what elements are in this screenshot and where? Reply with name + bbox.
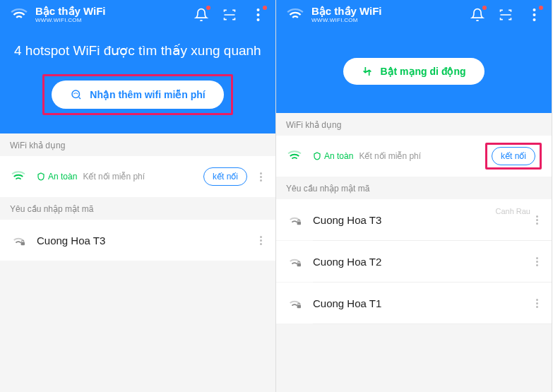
wifi-signal-icon <box>10 170 27 183</box>
menu-dot <box>263 6 267 10</box>
available-label: WiFi khả dụng <box>276 113 552 136</box>
wifi-lock-icon <box>286 255 303 268</box>
row-body: An toàn Kết nối miễn phí <box>37 172 203 182</box>
topbar: Bậc thầy WiFi WWW.WIFI.COM <box>276 0 552 30</box>
hero-title: 4 hotspot WiFi được tìm thấy xung quanh <box>13 42 263 59</box>
screen-left: Bậc thầy WiFi WWW.WIFI.COM 4 hotspot WiF… <box>0 0 276 392</box>
screen-right: Bậc thầy WiFi WWW.WIFI.COM B <box>276 0 552 392</box>
safe-badge: An toàn <box>37 172 77 182</box>
svg-point-1 <box>256 13 259 16</box>
svg-point-6 <box>533 13 535 16</box>
hero: Bật mạng di động <box>276 30 552 113</box>
wifi-row-locked[interactable]: Cuong Hoa T1 <box>276 283 552 323</box>
more-icon[interactable] <box>256 172 266 182</box>
bell-icon[interactable] <box>194 7 209 23</box>
topbar: Bậc thầy WiFi WWW.WIFI.COM <box>0 0 275 30</box>
top-actions <box>470 7 542 23</box>
available-label: WiFi khả dụng <box>0 133 275 156</box>
svg-rect-4 <box>21 242 25 246</box>
password-label: Yêu cầu nhập mật mã <box>276 177 552 199</box>
svg-point-0 <box>256 8 259 11</box>
cta-label: Nhận thêm wifi miễn phí <box>90 89 205 100</box>
svg-point-2 <box>256 18 259 21</box>
hero: 4 hotspot WiFi được tìm thấy xung quanh … <box>0 30 275 133</box>
divider <box>313 323 552 324</box>
app-subtitle: WWW.WIFI.COM <box>311 18 382 24</box>
password-label: Yêu cầu nhập mật mã <box>0 197 275 220</box>
cta-label: Bật mạng di động <box>380 66 465 77</box>
wifi-row-safe[interactable]: An toàn Kết nối miễn phí kết nối <box>0 156 275 197</box>
network-name: Cuong Hoa T2 <box>313 256 523 268</box>
svg-point-7 <box>533 18 535 21</box>
free-label: Kết nối miễn phí <box>359 151 421 161</box>
safe-badge: An toàn <box>313 151 353 161</box>
network-name: Cuong Hoa T1 <box>313 297 523 309</box>
cta-highlight: Nhận thêm wifi miễn phí <box>42 74 232 115</box>
row-body: An toàn Kết nối miễn phí <box>313 151 482 161</box>
wifi-lock-icon <box>286 213 303 226</box>
wifi-logo-icon <box>10 6 28 24</box>
bell-icon[interactable] <box>470 7 485 23</box>
wifi-signal-icon <box>286 150 303 162</box>
svg-point-5 <box>533 8 535 11</box>
svg-rect-9 <box>297 263 301 267</box>
menu-icon[interactable] <box>526 7 542 23</box>
password-section: Yêu cầu nhập mật mã Cuong Hoa T3 <box>0 197 275 261</box>
more-icon[interactable] <box>532 215 542 225</box>
password-section: Yêu cầu nhập mật mã Canh Rau Cuong Hoa T… <box>276 177 552 324</box>
brand: Bậc thầy WiFi WWW.WIFI.COM <box>311 6 382 23</box>
svg-rect-10 <box>297 305 301 309</box>
menu-dot <box>539 6 543 10</box>
top-actions <box>194 7 266 23</box>
available-section: WiFi khả dụng An toàn Kết nối miễn phí k… <box>276 113 552 177</box>
svg-rect-8 <box>297 222 301 225</box>
free-label: Kết nối miễn phí <box>83 172 145 182</box>
wifi-row-locked[interactable]: Cuong Hoa T3 <box>0 220 275 261</box>
enable-mobile-data-button[interactable]: Bật mạng di động <box>343 58 484 85</box>
wifi-lock-icon <box>286 297 303 309</box>
available-section: WiFi khả dụng An toàn Kết nối miễn phí k… <box>0 133 275 197</box>
network-name: Cuong Hoa T3 <box>37 234 247 247</box>
connect-highlight: kết nối <box>485 143 542 170</box>
row-body: Cuong Hoa T3 <box>37 234 247 247</box>
more-icon[interactable] <box>532 299 542 308</box>
brand: Bậc thầy WiFi WWW.WIFI.COM <box>35 6 106 23</box>
get-more-wifi-button[interactable]: Nhận thêm wifi miễn phí <box>52 81 223 109</box>
more-icon[interactable] <box>532 257 542 266</box>
scan-icon[interactable] <box>498 7 513 23</box>
header: Bậc thầy WiFi WWW.WIFI.COM B <box>276 0 552 113</box>
connect-button[interactable]: kết nối <box>492 147 535 165</box>
connect-button[interactable]: kết nối <box>203 167 247 186</box>
wifi-logo-icon <box>286 6 304 24</box>
scan-icon[interactable] <box>222 7 237 23</box>
network-name: Cuong Hoa T3 <box>313 214 523 226</box>
menu-icon[interactable] <box>250 7 266 23</box>
wifi-row-safe[interactable]: An toàn Kết nối miễn phí kết nối <box>276 136 552 177</box>
watermark: Canh Rau <box>495 207 530 215</box>
app-title: Bậc thầy WiFi <box>35 6 106 18</box>
wifi-lock-icon <box>10 234 27 247</box>
header: Bậc thầy WiFi WWW.WIFI.COM 4 hotspot WiF… <box>0 0 275 133</box>
app-subtitle: WWW.WIFI.COM <box>35 18 106 24</box>
app-title: Bậc thầy WiFi <box>311 6 382 18</box>
more-icon[interactable] <box>256 236 266 245</box>
notification-dot <box>482 6 487 10</box>
svg-point-3 <box>72 90 80 98</box>
notification-dot <box>206 6 210 10</box>
wifi-row-locked[interactable]: Cuong Hoa T2 <box>276 241 552 282</box>
wifi-row-locked[interactable]: Cuong Hoa T3 <box>276 199 552 240</box>
